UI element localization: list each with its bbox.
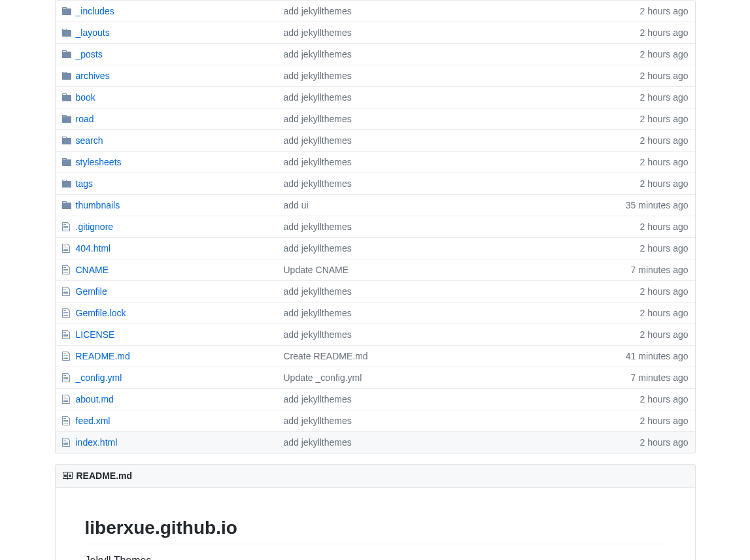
table-row: CNAMEUpdate CNAME7 minutes ago — [56, 259, 695, 280]
table-row: bookadd jekyllthemes2 hours ago — [56, 86, 695, 108]
commit-message-link[interactable]: add jekyllthemes — [284, 178, 352, 189]
folder-icon — [62, 48, 73, 61]
file-age: 2 hours ago — [590, 26, 689, 39]
file-name-link[interactable]: .gitignore — [76, 222, 114, 232]
file-age: 2 hours ago — [590, 156, 689, 169]
commit-message-link[interactable]: add jekyllthemes — [284, 49, 352, 59]
commit-message-link[interactable]: add jekyllthemes — [284, 71, 352, 81]
commit-message-link[interactable]: add jekyllthemes — [284, 135, 352, 146]
file-age: 2 hours ago — [590, 112, 689, 125]
file-icon — [62, 393, 73, 406]
file-age: 2 hours ago — [590, 69, 689, 82]
file-name-link[interactable]: _layouts — [76, 27, 110, 38]
table-row: 404.htmladd jekyllthemes2 hours ago — [56, 237, 695, 259]
file-name-link[interactable]: index.html — [76, 437, 118, 448]
file-name-link[interactable]: thumbnails — [76, 200, 120, 210]
table-row: _includesadd jekyllthemes2 hours ago — [56, 0, 695, 22]
file-icon — [62, 436, 73, 449]
readme-filename: README.md — [77, 470, 133, 481]
file-age: 7 minutes ago — [590, 371, 689, 384]
file-name-link[interactable]: _config.yml — [76, 372, 122, 383]
file-icon — [62, 263, 73, 276]
folder-icon — [62, 177, 73, 190]
file-age: 2 hours ago — [590, 328, 689, 341]
commit-message-link[interactable]: Create README.md — [284, 351, 368, 361]
commit-message-link[interactable]: add jekyllthemes — [284, 6, 352, 16]
commit-message-link[interactable]: add jekyllthemes — [284, 92, 352, 103]
table-row: .gitignoreadd jekyllthemes2 hours ago — [56, 216, 695, 237]
table-row: feed.xmladd jekyllthemes2 hours ago — [56, 410, 695, 431]
table-row: index.htmladd jekyllthemes2 hours ago — [56, 431, 695, 453]
file-name-link[interactable]: CNAME — [76, 265, 109, 275]
file-icon — [62, 285, 73, 298]
file-icon — [62, 371, 73, 384]
commit-message-link[interactable]: add jekyllthemes — [284, 394, 352, 404]
commit-message-link[interactable]: add jekyllthemes — [284, 329, 352, 340]
file-age: 35 minutes ago — [590, 199, 689, 212]
table-row: Gemfile.lockadd jekyllthemes2 hours ago — [56, 302, 695, 323]
folder-icon — [62, 199, 73, 212]
table-row: LICENSEadd jekyllthemes2 hours ago — [56, 323, 695, 345]
table-row: about.mdadd jekyllthemes2 hours ago — [56, 388, 695, 410]
folder-icon — [62, 69, 73, 82]
table-row: _layoutsadd jekyllthemes2 hours ago — [56, 22, 695, 43]
file-name-link[interactable]: LICENSE — [76, 329, 115, 340]
table-row: stylesheetsadd jekyllthemes2 hours ago — [56, 151, 695, 173]
file-name-link[interactable]: archives — [76, 71, 110, 81]
file-name-link[interactable]: road — [76, 114, 94, 124]
file-age: 2 hours ago — [590, 414, 689, 427]
commit-message-link[interactable]: add ui — [284, 200, 309, 210]
file-age: 2 hours ago — [590, 48, 689, 61]
commit-message-link[interactable]: add jekyllthemes — [284, 416, 352, 426]
commit-message-link[interactable]: Update CNAME — [284, 265, 349, 275]
table-row: Gemfileadd jekyllthemes2 hours ago — [56, 280, 695, 302]
file-name-link[interactable]: _posts — [76, 49, 103, 59]
folder-icon — [62, 156, 73, 169]
file-name-link[interactable]: book — [76, 92, 95, 103]
folder-icon — [62, 112, 73, 125]
table-row: tagsadd jekyllthemes2 hours ago — [56, 173, 695, 194]
file-name-link[interactable]: Gemfile — [76, 286, 107, 297]
folder-icon — [62, 5, 73, 18]
commit-message-link[interactable]: add jekyllthemes — [284, 243, 352, 254]
commit-message-link[interactable]: add jekyllthemes — [284, 286, 352, 297]
file-name-link[interactable]: Gemfile.lock — [76, 308, 126, 318]
file-age: 2 hours ago — [590, 306, 689, 320]
file-icon — [62, 350, 73, 363]
file-name-link[interactable]: 404.html — [76, 243, 111, 254]
commit-message-link[interactable]: add jekyllthemes — [284, 437, 352, 448]
file-age: 41 minutes ago — [590, 350, 689, 363]
file-name-link[interactable]: feed.xml — [76, 416, 111, 426]
commit-message-link[interactable]: Update _config.yml — [284, 372, 362, 383]
file-icon — [62, 220, 73, 233]
file-name-link[interactable]: README.md — [76, 351, 130, 361]
table-row: searchadd jekyllthemes2 hours ago — [56, 129, 695, 151]
commit-message-link[interactable]: add jekyllthemes — [284, 222, 352, 232]
commit-message-link[interactable]: add jekyllthemes — [284, 114, 352, 124]
file-age: 2 hours ago — [590, 91, 689, 104]
readme-content: liberxue.github.io Jekyll Themes — [56, 488, 695, 560]
readme-heading: liberxue.github.io — [85, 518, 666, 544]
file-name-link[interactable]: search — [76, 135, 103, 146]
file-age: 2 hours ago — [590, 436, 689, 449]
folder-icon — [62, 91, 73, 104]
file-list: _includesadd jekyllthemes2 hours ago_lay… — [55, 0, 696, 453]
folder-icon — [62, 26, 73, 39]
file-name-link[interactable]: stylesheets — [76, 157, 122, 167]
commit-message-link[interactable]: add jekyllthemes — [284, 27, 352, 38]
book-icon — [62, 470, 73, 481]
file-age: 2 hours ago — [590, 220, 689, 233]
commit-message-link[interactable]: add jekyllthemes — [284, 157, 352, 167]
file-name-link[interactable]: about.md — [76, 394, 114, 404]
file-name-link[interactable]: _includes — [76, 6, 114, 16]
file-age: 2 hours ago — [590, 134, 689, 147]
file-icon — [62, 306, 73, 320]
table-row: archivesadd jekyllthemes2 hours ago — [56, 65, 695, 86]
file-name-link[interactable]: tags — [76, 178, 93, 189]
table-row: README.mdCreate README.md41 minutes ago — [56, 345, 695, 367]
readme-body: Jekyll Themes — [85, 555, 666, 560]
table-row: _config.ymlUpdate _config.yml7 minutes a… — [56, 367, 695, 388]
commit-message-link[interactable]: add jekyllthemes — [284, 308, 352, 318]
folder-icon — [62, 134, 73, 147]
file-icon — [62, 242, 73, 255]
